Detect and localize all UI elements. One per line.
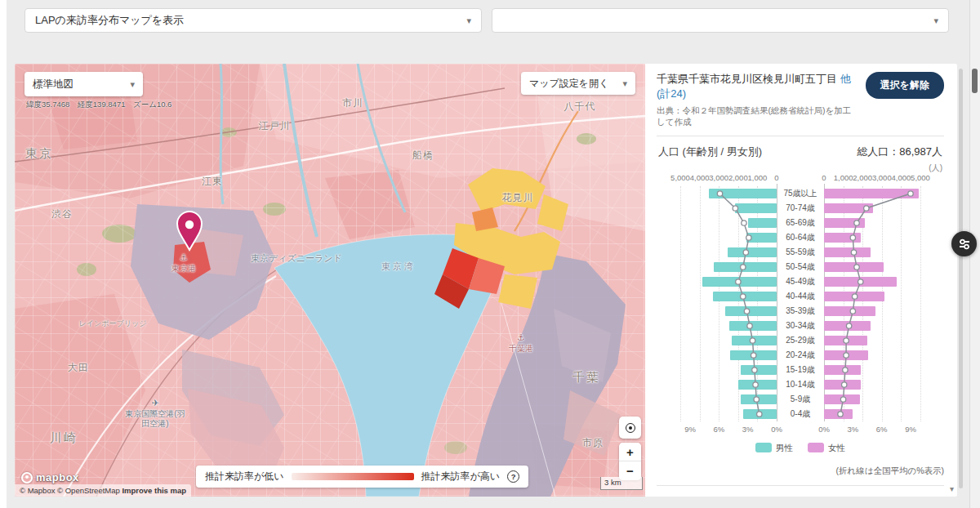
panel-header: 千葉県千葉市花見川区検見川町五丁目 他(計24) 出典：令和２年国勢調査結果(総… (657, 72, 944, 136)
zoom-in-button[interactable]: + (619, 443, 641, 461)
pct-tick: 9% (898, 425, 923, 434)
data-source-note: 出典：令和２年国勢調査結果(総務省統計局)を加工して作成 (657, 105, 858, 128)
count-tick: 0 (808, 173, 840, 182)
age-group-label: 75歳以上 (777, 186, 824, 201)
mapbox-logo-icon (21, 472, 33, 483)
chart-note: (折れ線は全国平均の%表示) (657, 466, 944, 486)
legend-low-label: 推計来訪率が低い (205, 470, 284, 483)
pct-tick: 3% (840, 425, 865, 434)
area-name: 千葉県千葉市花見川区検見川町五丁目 (657, 73, 837, 85)
age-group-label: 35-39歳 (777, 304, 824, 319)
bar-female (824, 394, 860, 404)
legend-item: 女性 (808, 443, 845, 454)
map-style-value: 標準地図 (33, 78, 123, 91)
population-section: 人口 (年齢別 / 男女別) 総人口：86,987人 (人) 5,0005,00… (657, 136, 944, 486)
unit-label: (人) (657, 163, 944, 173)
improve-map-link[interactable]: Improve this map (122, 486, 186, 495)
age-group-label: 10-14歳 (777, 377, 824, 392)
map-svg (15, 64, 645, 497)
bar-male (713, 292, 777, 301)
clear-selection-button[interactable]: 選択を解除 (866, 72, 944, 99)
bar-female (824, 203, 873, 213)
bar-male (728, 247, 777, 257)
bar-male (741, 365, 777, 375)
age-group-label: 60-64歳 (777, 230, 824, 245)
bar-male (709, 189, 777, 198)
chevron-down-icon: ▾ (933, 16, 938, 26)
secondary-select[interactable]: ▾ (492, 8, 949, 33)
zoom-controls: + − (619, 443, 641, 480)
legend-high-label: 推計来訪率が高い (421, 470, 501, 483)
population-heading: 人口 (年齢別 / 男女別) (658, 145, 762, 159)
bar-male (748, 218, 777, 228)
pct-tick: 6% (870, 425, 894, 434)
mapbox-logo-text: mapbox (36, 471, 79, 483)
geolocate-icon (626, 423, 635, 433)
age-group-label: 55-59歳 (777, 245, 824, 260)
pct-tick: 0% (764, 425, 789, 434)
bar-female (824, 277, 897, 287)
map-settings-button[interactable]: マップ設定を開く ▾ (521, 72, 635, 95)
chevron-down-icon: ▾ (130, 79, 135, 90)
bar-male (743, 409, 777, 419)
bar-female (824, 189, 919, 198)
age-group-label: 20-24歳 (777, 348, 824, 363)
pct-tick: 0% (812, 425, 836, 434)
bar-male (729, 321, 777, 331)
window-edge (0, 0, 7, 508)
tune-icon (957, 237, 972, 252)
selected-area-title: 千葉県千葉市花見川区検見川町五丁目 他(計24) (657, 72, 858, 101)
detail-panel: 千葉県千葉市花見川区検見川町五丁目 他(計24) 出典：令和２年国勢調査結果(総… (645, 64, 957, 497)
map-style-select[interactable]: 標準地図 ▾ (24, 72, 143, 96)
bar-female (824, 218, 865, 228)
age-group-label: 25-29歳 (777, 333, 824, 348)
map-attribution: © Mapbox © OpenStreetMap Improve this ma… (15, 484, 191, 497)
attribution-text: © Mapbox © OpenStreetMap (20, 486, 120, 495)
age-group-label: 40-44歳 (777, 289, 824, 304)
geolocate-button[interactable] (619, 417, 641, 439)
bar-male (735, 203, 777, 213)
map-scale: 3 km (600, 477, 643, 490)
age-group-label: 30-34歳 (777, 319, 824, 333)
age-group-label: 15-19歳 (777, 363, 824, 377)
map-settings-label: マップ設定を開く (529, 77, 616, 91)
chevron-down-icon: ▾ (466, 16, 471, 26)
age-group-label: 65-69歳 (777, 216, 824, 230)
bar-female (824, 336, 867, 345)
bar-male (746, 233, 777, 243)
panel-toggle-button[interactable] (951, 231, 977, 256)
bar-female (824, 247, 871, 257)
legend-gradient-bar (292, 473, 414, 480)
pct-tick: 9% (678, 425, 702, 434)
pct-tick: 6% (706, 425, 731, 434)
age-group-label: 5-9歳 (777, 392, 824, 407)
bar-female (824, 365, 861, 375)
count-tick: 0 (760, 173, 793, 182)
bar-male (732, 336, 777, 345)
legend-item: 男性 (755, 443, 793, 454)
bar-female (824, 233, 861, 243)
legend-swatch (755, 443, 772, 452)
total-population: 総人口：86,987人 (857, 145, 942, 159)
bar-female (824, 380, 861, 390)
scroll-down-arrow-icon[interactable]: ▾ (950, 484, 954, 493)
age-group-label: 70-74歳 (777, 201, 824, 216)
bar-male (730, 350, 777, 360)
bar-female (824, 262, 884, 272)
topbar: LAPの来訪率分布マップを表示 ▾ ▾ (0, 0, 980, 54)
help-icon[interactable]: ? (507, 470, 519, 483)
map-mode-select[interactable]: LAPの来訪率分布マップを表示 ▾ (24, 8, 482, 33)
pct-tick: 3% (736, 425, 760, 434)
chart-legend: 男性女性 (657, 443, 944, 454)
bar-female (824, 306, 875, 316)
age-group-label: 0-4歳 (777, 407, 824, 421)
bar-male (702, 277, 777, 287)
map-mode-select-value: LAPの来訪率分布マップを表示 (35, 13, 460, 28)
age-group-label: 45-49歳 (777, 274, 824, 289)
panel-scrollbar[interactable] (959, 69, 963, 488)
page-scrollbar-thumb[interactable] (972, 69, 978, 93)
map-canvas[interactable]: 東京渋谷江東江戸川市川船橋八千代花見川千葉市原大田川崎東京湾東京ディズニーランド… (15, 64, 645, 497)
bar-female (824, 321, 871, 331)
mapbox-logo[interactable]: mapbox (21, 471, 79, 483)
bar-female (824, 350, 868, 360)
